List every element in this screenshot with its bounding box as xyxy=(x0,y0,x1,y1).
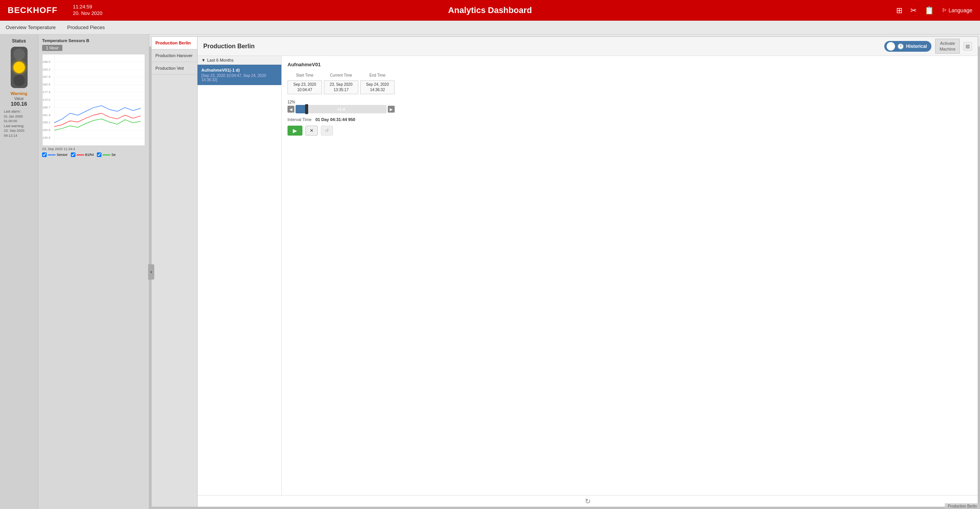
panel-container: Production Berlin Production Hanover Pro… xyxy=(151,36,978,507)
status-bar: Production Berlin xyxy=(945,503,980,509)
activate-machine-label: ActivateMachine xyxy=(939,41,956,51)
start-time-header: Start Time xyxy=(287,72,322,79)
chart-legend: Sensor B1R4 Se xyxy=(42,152,145,157)
tl-red xyxy=(13,49,25,60)
sidebar-item-veit[interactable]: Production Veit xyxy=(152,62,197,75)
legend-checkbox-sensor[interactable] xyxy=(42,152,47,157)
value-label: Value xyxy=(14,97,24,101)
slider-right-arrow[interactable]: ▶ xyxy=(388,106,395,113)
status-title: Status xyxy=(12,38,26,44)
svg-text:156.1: 156.1 xyxy=(42,121,51,124)
document-icon[interactable]: 📋 xyxy=(924,6,934,15)
chart-svg: 198.5 193.2 187.9 182.6 177.3 172.0 166.… xyxy=(42,54,145,146)
stop-button[interactable]: ✕ xyxy=(305,126,318,136)
close-button[interactable]: ⊠ xyxy=(964,42,972,51)
slider-arrows: ◀ +1 d ▶ xyxy=(287,105,395,113)
play-icon: ▶ xyxy=(293,128,297,134)
chart-area: Temperature Sensors B 1 Hour 198.5 193.2 xyxy=(38,34,149,509)
svg-text:166.7: 166.7 xyxy=(42,106,51,109)
detail-title: AufnahmeV01 xyxy=(287,62,972,67)
nav-overview-temperature[interactable]: Overview Temperature xyxy=(6,21,56,33)
time-display: 11:24:59 xyxy=(73,4,102,10)
nav-produced-pieces[interactable]: Produced Pieces xyxy=(67,21,105,33)
main-layout: Status Warning Value 100.16 Last alarm: … xyxy=(0,34,980,509)
chart-interval-button[interactable]: 1 Hour xyxy=(42,45,62,51)
svg-text:193.2: 193.2 xyxy=(42,68,51,71)
slider-container: 12% ◀ +1 d ▶ xyxy=(287,100,395,113)
activate-machine-button[interactable]: ActivateMachine xyxy=(935,39,960,54)
timeline-item-title-0: AufnahmeV01(-1 d) xyxy=(201,68,278,72)
chart-canvas: 198.5 193.2 187.9 182.6 177.3 172.0 166.… xyxy=(42,54,145,146)
network-icon[interactable]: ⊞ xyxy=(896,6,903,15)
last-alarm-value: 01 Jan 2000 01:00:00 xyxy=(4,114,34,124)
warning-text: Warning xyxy=(11,91,28,96)
detail-panel: AufnahmeV01 Start Time Current Time End … xyxy=(282,56,978,495)
legend-label-b1r4: B1R4 xyxy=(85,153,94,157)
tl-yellow xyxy=(13,62,25,73)
tl-green xyxy=(13,75,25,86)
timeline-item-0[interactable]: AufnahmeV01(-1 d) [Sep 23, 2020 10:04:47… xyxy=(198,65,281,85)
flag-icon: 🏳 xyxy=(942,7,947,13)
interval-value: 01 Day 04:31:44 950 xyxy=(315,117,355,122)
svg-text:145.5: 145.5 xyxy=(42,136,51,139)
page-title: Analytics Dashboard xyxy=(448,5,532,15)
control-buttons: ▶ ✕ ↺ xyxy=(287,126,972,136)
play-button[interactable]: ▶ xyxy=(287,126,302,136)
svg-text:182.6: 182.6 xyxy=(42,83,51,86)
status-value: 100.16 xyxy=(11,101,27,107)
logo: BECKHOFF xyxy=(8,5,57,15)
collapse-button[interactable]: ‹ xyxy=(148,264,154,280)
panel-main: Production Berlin 🕐 Historical ActivateM… xyxy=(197,36,978,507)
svg-text:177.3: 177.3 xyxy=(42,90,51,94)
slider-left-arrow[interactable]: ◀ xyxy=(287,106,294,113)
interval-time-row: Interval Time 01 Day 04:31:44 950 xyxy=(287,117,972,122)
svg-text:172.0: 172.0 xyxy=(42,98,51,101)
toggle-dot xyxy=(887,42,895,51)
slider-percent: 12% xyxy=(287,100,395,104)
date-display: 20. Nov 2020 xyxy=(73,10,102,17)
start-time-value: Sep 23, 202010:04:47 xyxy=(287,80,322,94)
legend-label-se: Se xyxy=(111,153,116,157)
end-time-value: Sep 24, 202014:36:32 xyxy=(360,80,395,94)
refresh-button[interactable]: ↺ xyxy=(321,126,333,136)
legend-item-sensor: Sensor xyxy=(42,152,68,157)
slider-track[interactable]: +1 d xyxy=(296,105,387,113)
panel-header-right: 🕐 Historical ActivateMachine ⊠ xyxy=(884,39,972,54)
slider-center-label: +1 d xyxy=(337,107,345,111)
traffic-light xyxy=(11,47,28,88)
timeline-list: ▼ Last 6 Months AufnahmeV01(-1 d) [Sep 2… xyxy=(198,56,282,495)
timeline-group-header[interactable]: ▼ Last 6 Months xyxy=(198,56,281,65)
current-time-header: Current Time xyxy=(324,72,358,79)
status-panel: Status Warning Value 100.16 Last alarm: … xyxy=(0,34,38,509)
end-time-header: End Time xyxy=(360,72,395,79)
sidebar-item-berlin[interactable]: Production Berlin xyxy=(152,37,197,49)
interval-label: Interval Time xyxy=(287,117,312,122)
time-table: Start Time Current Time End Time Sep 23,… xyxy=(287,72,395,94)
timeline-item-range-0: [Sep 23, 2020 10:04:47, Sep 24, 2020 14:… xyxy=(201,74,278,82)
svg-text:161.4: 161.4 xyxy=(42,113,51,117)
last-alarm-label: Last alarm: xyxy=(4,109,34,114)
chart-title: Temperature Sensors B xyxy=(42,38,145,43)
slider-handle[interactable] xyxy=(305,104,308,114)
legend-checkbox-b1r4[interactable] xyxy=(71,152,75,157)
legend-checkbox-se[interactable] xyxy=(97,152,101,157)
footer-refresh-icon[interactable]: ↻ xyxy=(585,497,591,506)
clock-icon: 🕐 xyxy=(897,43,904,49)
legend-color-sensor xyxy=(48,154,56,155)
panel-body: ▼ Last 6 Months AufnahmeV01(-1 d) [Sep 2… xyxy=(198,56,978,495)
panel-header: Production Berlin 🕐 Historical ActivateM… xyxy=(198,37,978,56)
panel-sidebar: Production Berlin Production Hanover Pro… xyxy=(151,36,197,507)
historical-toggle[interactable]: 🕐 Historical xyxy=(884,41,932,52)
content-area: 🏠 > Overview Temperature Production Berl… xyxy=(149,34,980,509)
language-selector[interactable]: 🏳 Language xyxy=(942,7,972,13)
chart-timestamp: 23. Sep 2020 11:34:4 xyxy=(42,147,145,151)
close-icon: ⊠ xyxy=(965,43,970,49)
sidebar-item-hanover[interactable]: Production Hanover xyxy=(152,49,197,62)
legend-item-b1r4: B1R4 xyxy=(71,152,94,157)
status-info: Last alarm: 01 Jan 2000 01:00:00 Last wa… xyxy=(4,109,34,138)
chevron-left-icon: ‹ xyxy=(150,269,152,275)
svg-text:150.8: 150.8 xyxy=(42,128,51,132)
header-actions: ⊞ ✂ 📋 🏳 Language xyxy=(896,6,972,15)
svg-text:187.9: 187.9 xyxy=(42,75,51,79)
tools-icon[interactable]: ✂ xyxy=(910,6,917,15)
